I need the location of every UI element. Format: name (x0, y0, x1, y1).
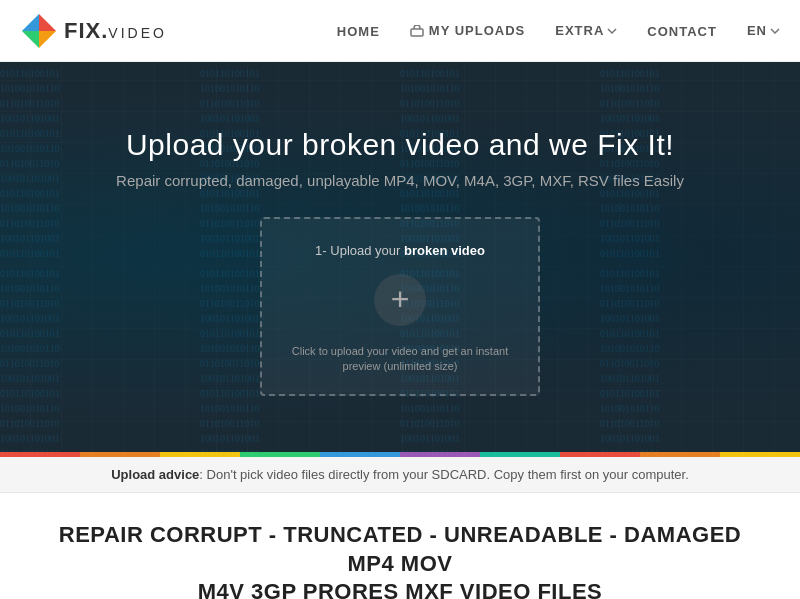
color-seg-7 (480, 452, 560, 457)
svg-marker-2 (22, 31, 39, 48)
svg-marker-1 (22, 13, 39, 30)
nav-item-extra[interactable]: EXTRA (555, 23, 617, 38)
svg-marker-3 (39, 31, 56, 48)
upload-plus-icon: + (374, 274, 426, 326)
navbar: FIX.VIDEO HOME MY UPLOADS EXTRA CONTACT (0, 0, 800, 62)
nav-links: HOME MY UPLOADS EXTRA CONTACT EN (337, 22, 780, 40)
bottom-section: REPAIR CORRUPT - TRUNCATED - UNREADABLE … (0, 493, 800, 599)
color-seg-6 (400, 452, 480, 457)
hero-content: Upload your broken video and we Fix It! … (20, 128, 780, 397)
logo-icon (20, 12, 58, 50)
hero-section: Upload your broken video and we Fix It! … (0, 62, 800, 452)
hero-subtitle: Repair corrupted, damaged, unplayable MP… (20, 172, 780, 189)
color-seg-4 (240, 452, 320, 457)
color-seg-1 (0, 452, 80, 457)
nav-item-home[interactable]: HOME (337, 22, 380, 40)
chevron-down-icon (607, 28, 617, 34)
svg-rect-4 (411, 29, 423, 36)
color-seg-3 (160, 452, 240, 457)
logo[interactable]: FIX.VIDEO (20, 12, 167, 50)
color-bar (0, 452, 800, 457)
upload-box-label: 1- Upload your broken video (282, 243, 518, 258)
hero-title: Upload your broken video and we Fix It! (20, 128, 780, 162)
advice-bold: Upload advice (111, 467, 199, 482)
nav-item-my-uploads[interactable]: MY UPLOADS (410, 23, 525, 38)
color-seg-8 (560, 452, 640, 457)
bottom-title: REPAIR CORRUPT - TRUNCATED - UNREADABLE … (40, 521, 760, 599)
nav-item-lang[interactable]: EN (747, 23, 780, 38)
logo-text: FIX.VIDEO (64, 18, 167, 44)
chevron-down-lang-icon (770, 28, 780, 34)
upload-icon (410, 25, 424, 37)
advice-bar: Upload advice: Don't pick video files di… (0, 457, 800, 493)
color-seg-9 (640, 452, 720, 457)
nav-item-contact[interactable]: CONTACT (647, 22, 717, 40)
upload-hint: Click to upload your video and get an in… (282, 344, 518, 375)
upload-box[interactable]: 1- Upload your broken video + Click to u… (260, 217, 540, 397)
color-seg-2 (80, 452, 160, 457)
svg-marker-0 (39, 13, 56, 30)
advice-text: : Don't pick video files directly from y… (199, 467, 688, 482)
color-seg-5 (320, 452, 400, 457)
color-seg-10 (720, 452, 800, 457)
